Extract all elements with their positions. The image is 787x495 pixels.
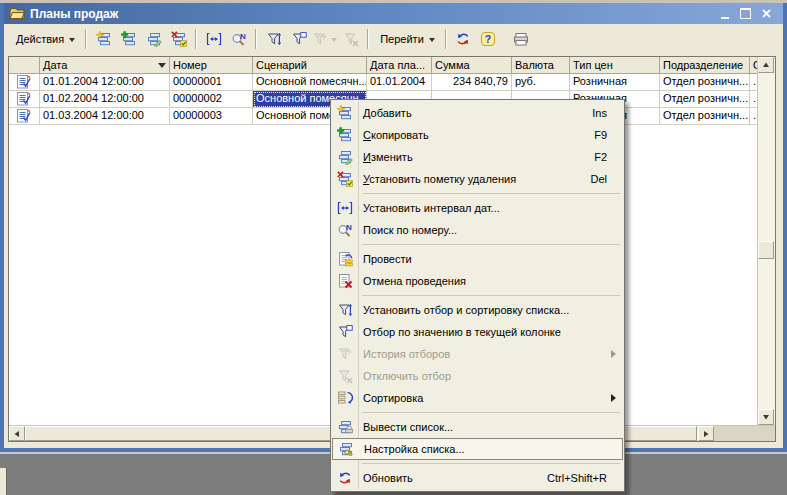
cell-plan_date[interactable]: 01.01.2004 — [367, 74, 432, 91]
toolbar-disable-filter-button — [338, 28, 363, 50]
menu-item-edit[interactable]: ИзменитьF2 — [332, 146, 623, 168]
menu-separator — [362, 193, 620, 194]
cell-number[interactable]: 00000003 — [170, 108, 253, 125]
menu-item-label: Отбор по значению в текущей колонке — [363, 326, 561, 338]
cell-department[interactable]: Отдел розничн... — [660, 108, 750, 125]
toolbar-refresh-button[interactable] — [451, 28, 476, 50]
menu-item-set-deletion-mark[interactable]: Установить пометку удаленияDel — [332, 168, 623, 190]
sort-descending-icon — [158, 63, 166, 68]
toolbar-filter-history-button — [311, 28, 338, 50]
cell-icon[interactable] — [9, 108, 40, 125]
filter-history-icon — [312, 31, 328, 47]
dropdown-arrow-icon — [429, 38, 435, 45]
minimize-button[interactable] — [717, 7, 732, 21]
toolbar-actions-button[interactable]: Действия — [9, 28, 81, 50]
cell-date[interactable]: 01.02.2004 12:00:00 — [40, 91, 170, 108]
cell-icon[interactable] — [9, 91, 40, 108]
menu-item-post[interactable]: Провести — [332, 248, 623, 270]
table-row[interactable]: 01.01.2004 12:00:0000000001Основной поме… — [9, 74, 775, 91]
menu-item-label: Скопировать — [363, 129, 429, 141]
column-header-icon[interactable] — [9, 57, 40, 74]
toolbar-print-button[interactable] — [509, 28, 534, 50]
menu-separator — [362, 244, 620, 245]
output-list-icon — [333, 419, 357, 435]
filter-sort-icon — [266, 31, 282, 47]
menu-separator — [362, 295, 620, 296]
submenu-arrow-icon — [611, 350, 616, 358]
refresh-icon — [333, 470, 357, 486]
vertical-scroll-thumb[interactable] — [758, 241, 774, 259]
menu-item-list-settings[interactable]: Настройка списка... — [332, 438, 623, 460]
scroll-right-button[interactable] — [698, 426, 714, 441]
cell-number[interactable]: 00000001 — [170, 74, 253, 91]
cell-icon[interactable] — [9, 74, 40, 91]
titlebar-buttons — [717, 7, 778, 21]
column-header-number[interactable]: Номер — [170, 57, 253, 74]
svg-text:N: N — [240, 32, 246, 41]
background-window-sliver — [0, 468, 7, 495]
toolbar-set-deletion-mark-button[interactable] — [166, 28, 191, 50]
menu-item-refresh[interactable]: ОбновитьCtrl+Shift+R — [332, 467, 623, 489]
toolbar-actions-label: Действия — [16, 33, 64, 45]
menu-item-copy[interactable]: СкопироватьF9 — [332, 124, 623, 146]
cell-price_type[interactable]: Розничная — [570, 74, 660, 91]
toolbar-separator — [445, 29, 447, 49]
maximize-icon — [740, 8, 751, 19]
toolbar-search-by-number-button[interactable]: N — [226, 28, 251, 50]
menu-item-label: История отборов — [363, 348, 450, 360]
toolbar-set-date-interval-button[interactable] — [201, 28, 226, 50]
toolbar-set-filter-and-sort-button[interactable] — [261, 28, 286, 50]
column-header-currency[interactable]: Валюта — [512, 57, 570, 74]
column-header-date[interactable]: Дата — [40, 57, 170, 74]
column-header-label: Дата — [43, 59, 67, 71]
menu-item-set-filter-and-sort[interactable]: Установить отбор и сортировку списка... — [332, 299, 623, 321]
titlebar[interactable]: Планы продаж — [4, 3, 783, 24]
menu-item-filter-history: История отборов — [332, 343, 623, 365]
maximize-button[interactable] — [738, 7, 753, 21]
menu-item-add[interactable]: ДобавитьIns — [332, 102, 623, 124]
cell-number[interactable]: 00000002 — [170, 91, 253, 108]
edit-icon — [146, 31, 162, 47]
delete-icon — [171, 31, 187, 47]
cell-currency[interactable]: руб. — [512, 74, 570, 91]
scroll-up-button[interactable] — [758, 57, 774, 73]
column-header-price_type[interactable]: Тип цен — [570, 57, 660, 74]
menu-item-label: Изменить — [363, 151, 413, 163]
toolbar-add-button[interactable] — [91, 28, 116, 50]
cell-scenario[interactable]: Основной помесячн... — [253, 74, 367, 91]
column-header-plan_date[interactable]: Дата пла... — [367, 57, 432, 74]
vertical-scrollbar[interactable] — [757, 57, 775, 425]
menu-item-output-list[interactable]: Вывести список... — [332, 416, 623, 438]
cell-department[interactable]: Отдел розничн... — [660, 74, 750, 91]
menu-item-label: Провести — [363, 253, 412, 265]
column-header-scenario[interactable]: Сценарий — [253, 57, 367, 74]
cell-date[interactable]: 01.03.2004 12:00:00 — [40, 108, 170, 125]
column-header-sum[interactable]: Сумма — [432, 57, 512, 74]
menu-item-sort[interactable]: Сортировка — [332, 387, 623, 409]
cell-sum[interactable]: 234 840,79 — [432, 74, 512, 91]
column-header-label: Сценарий — [256, 59, 307, 71]
column-header-department[interactable]: Подразделение — [660, 57, 750, 74]
menu-item-search-by-number[interactable]: NПоиск по номеру... — [332, 219, 623, 241]
list-settings-icon — [334, 441, 358, 457]
menu-item-label: Установить отбор и сортировку списка... — [363, 304, 569, 316]
toolbar-edit-button[interactable] — [141, 28, 166, 50]
submenu-arrow-icon — [611, 394, 616, 402]
dropdown-arrow-icon — [331, 38, 337, 45]
scroll-left-button[interactable] — [9, 426, 25, 441]
close-button[interactable] — [759, 7, 774, 21]
scrollbar-corner — [714, 425, 775, 441]
menu-item-filter-by-column-value[interactable]: Отбор по значению в текущей колонке — [332, 321, 623, 343]
menu-item-set-date-interval[interactable]: Установить интервал дат... — [332, 197, 623, 219]
svg-text:?: ? — [485, 33, 491, 45]
toolbar-goto-button[interactable]: Перейти — [373, 28, 441, 50]
toolbar-help-button[interactable]: ? — [476, 28, 501, 50]
toolbar-copy-button[interactable] — [116, 28, 141, 50]
scroll-down-button[interactable] — [758, 409, 774, 425]
toolbar-filter-by-column-value-button[interactable] — [286, 28, 311, 50]
interval-icon — [206, 31, 222, 47]
menu-item-shortcut: F9 — [594, 129, 619, 141]
menu-item-cancel-posting[interactable]: Отмена проведения — [332, 270, 623, 292]
cell-department[interactable]: Отдел розничн... — [660, 91, 750, 108]
cell-date[interactable]: 01.01.2004 12:00:00 — [40, 74, 170, 91]
